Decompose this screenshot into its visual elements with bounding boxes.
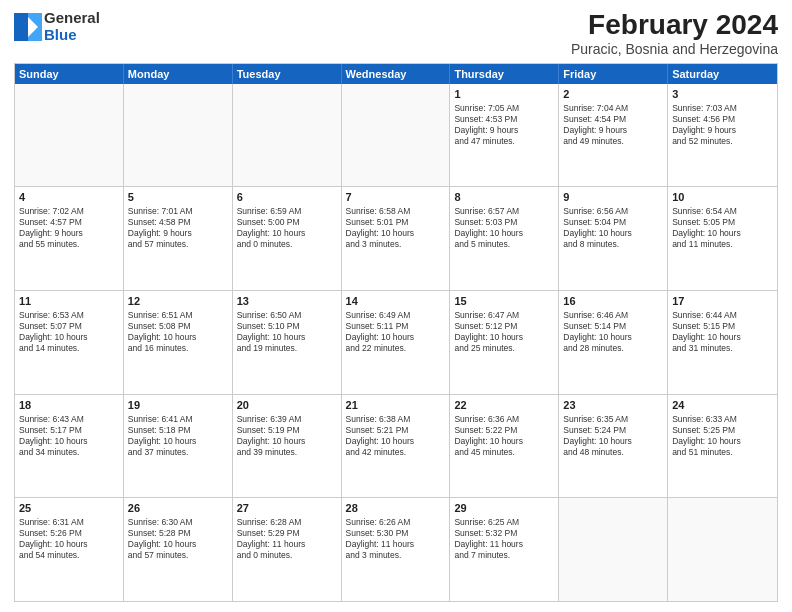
day-number: 3 [672,87,773,102]
calendar-cell: 25Sunrise: 6:31 AM Sunset: 5:26 PM Dayli… [15,498,124,601]
calendar-cell: 4Sunrise: 7:02 AM Sunset: 4:57 PM Daylig… [15,187,124,290]
day-info: Sunrise: 6:35 AM Sunset: 5:24 PM Dayligh… [563,414,663,458]
calendar-cell: 11Sunrise: 6:53 AM Sunset: 5:07 PM Dayli… [15,291,124,394]
day-info: Sunrise: 6:30 AM Sunset: 5:28 PM Dayligh… [128,517,228,561]
calendar-row-1: 4Sunrise: 7:02 AM Sunset: 4:57 PM Daylig… [15,186,777,290]
header-monday: Monday [124,64,233,84]
calendar-cell: 26Sunrise: 6:30 AM Sunset: 5:28 PM Dayli… [124,498,233,601]
day-info: Sunrise: 6:44 AM Sunset: 5:15 PM Dayligh… [672,310,773,354]
day-number: 11 [19,294,119,309]
day-number: 24 [672,398,773,413]
day-info: Sunrise: 7:05 AM Sunset: 4:53 PM Dayligh… [454,103,554,147]
day-number: 15 [454,294,554,309]
logo-blue-text: Blue [44,27,100,44]
day-info: Sunrise: 6:25 AM Sunset: 5:32 PM Dayligh… [454,517,554,561]
calendar-cell: 28Sunrise: 6:26 AM Sunset: 5:30 PM Dayli… [342,498,451,601]
day-number: 8 [454,190,554,205]
day-info: Sunrise: 6:31 AM Sunset: 5:26 PM Dayligh… [19,517,119,561]
calendar-cell: 20Sunrise: 6:39 AM Sunset: 5:19 PM Dayli… [233,395,342,498]
header-saturday: Saturday [668,64,777,84]
calendar-cell: 9Sunrise: 6:56 AM Sunset: 5:04 PM Daylig… [559,187,668,290]
day-info: Sunrise: 6:33 AM Sunset: 5:25 PM Dayligh… [672,414,773,458]
day-info: Sunrise: 6:53 AM Sunset: 5:07 PM Dayligh… [19,310,119,354]
calendar-cell: 16Sunrise: 6:46 AM Sunset: 5:14 PM Dayli… [559,291,668,394]
page: General Blue February 2024 Puracic, Bosn… [0,0,792,612]
day-info: Sunrise: 6:54 AM Sunset: 5:05 PM Dayligh… [672,206,773,250]
day-number: 27 [237,501,337,516]
calendar-cell: 27Sunrise: 6:28 AM Sunset: 5:29 PM Dayli… [233,498,342,601]
calendar-row-3: 18Sunrise: 6:43 AM Sunset: 5:17 PM Dayli… [15,394,777,498]
calendar-cell [342,84,451,187]
calendar-cell: 15Sunrise: 6:47 AM Sunset: 5:12 PM Dayli… [450,291,559,394]
page-subtitle: Puracic, Bosnia and Herzegovina [571,41,778,57]
day-info: Sunrise: 6:41 AM Sunset: 5:18 PM Dayligh… [128,414,228,458]
calendar: Sunday Monday Tuesday Wednesday Thursday… [14,63,778,602]
calendar-cell: 1Sunrise: 7:05 AM Sunset: 4:53 PM Daylig… [450,84,559,187]
day-number: 19 [128,398,228,413]
calendar-row-2: 11Sunrise: 6:53 AM Sunset: 5:07 PM Dayli… [15,290,777,394]
day-number: 26 [128,501,228,516]
day-info: Sunrise: 6:46 AM Sunset: 5:14 PM Dayligh… [563,310,663,354]
calendar-cell: 5Sunrise: 7:01 AM Sunset: 4:58 PM Daylig… [124,187,233,290]
calendar-cell: 22Sunrise: 6:36 AM Sunset: 5:22 PM Dayli… [450,395,559,498]
calendar-cell: 6Sunrise: 6:59 AM Sunset: 5:00 PM Daylig… [233,187,342,290]
day-number: 2 [563,87,663,102]
calendar-cell: 13Sunrise: 6:50 AM Sunset: 5:10 PM Dayli… [233,291,342,394]
day-number: 16 [563,294,663,309]
day-info: Sunrise: 6:36 AM Sunset: 5:22 PM Dayligh… [454,414,554,458]
calendar-cell [233,84,342,187]
day-number: 17 [672,294,773,309]
day-info: Sunrise: 6:47 AM Sunset: 5:12 PM Dayligh… [454,310,554,354]
day-info: Sunrise: 6:56 AM Sunset: 5:04 PM Dayligh… [563,206,663,250]
calendar-cell [559,498,668,601]
calendar-row-4: 25Sunrise: 6:31 AM Sunset: 5:26 PM Dayli… [15,497,777,601]
calendar-cell: 19Sunrise: 6:41 AM Sunset: 5:18 PM Dayli… [124,395,233,498]
calendar-cell [15,84,124,187]
svg-rect-0 [14,13,28,41]
day-number: 9 [563,190,663,205]
calendar-cell: 29Sunrise: 6:25 AM Sunset: 5:32 PM Dayli… [450,498,559,601]
day-number: 10 [672,190,773,205]
day-number: 28 [346,501,446,516]
day-info: Sunrise: 6:51 AM Sunset: 5:08 PM Dayligh… [128,310,228,354]
day-number: 13 [237,294,337,309]
logo-icon [14,13,42,41]
logo: General Blue [14,10,100,43]
calendar-header: Sunday Monday Tuesday Wednesday Thursday… [15,64,777,84]
calendar-cell: 7Sunrise: 6:58 AM Sunset: 5:01 PM Daylig… [342,187,451,290]
day-number: 5 [128,190,228,205]
logo-general-text: General [44,10,100,27]
header: General Blue February 2024 Puracic, Bosn… [14,10,778,57]
calendar-cell: 2Sunrise: 7:04 AM Sunset: 4:54 PM Daylig… [559,84,668,187]
day-info: Sunrise: 7:04 AM Sunset: 4:54 PM Dayligh… [563,103,663,147]
calendar-row-0: 1Sunrise: 7:05 AM Sunset: 4:53 PM Daylig… [15,84,777,187]
day-info: Sunrise: 6:38 AM Sunset: 5:21 PM Dayligh… [346,414,446,458]
day-info: Sunrise: 7:02 AM Sunset: 4:57 PM Dayligh… [19,206,119,250]
calendar-cell: 24Sunrise: 6:33 AM Sunset: 5:25 PM Dayli… [668,395,777,498]
day-number: 12 [128,294,228,309]
day-info: Sunrise: 6:59 AM Sunset: 5:00 PM Dayligh… [237,206,337,250]
day-info: Sunrise: 6:49 AM Sunset: 5:11 PM Dayligh… [346,310,446,354]
day-info: Sunrise: 6:57 AM Sunset: 5:03 PM Dayligh… [454,206,554,250]
day-info: Sunrise: 7:03 AM Sunset: 4:56 PM Dayligh… [672,103,773,147]
day-number: 14 [346,294,446,309]
day-info: Sunrise: 6:58 AM Sunset: 5:01 PM Dayligh… [346,206,446,250]
day-number: 29 [454,501,554,516]
calendar-body: 1Sunrise: 7:05 AM Sunset: 4:53 PM Daylig… [15,84,777,601]
calendar-cell: 18Sunrise: 6:43 AM Sunset: 5:17 PM Dayli… [15,395,124,498]
header-friday: Friday [559,64,668,84]
title-block: February 2024 Puracic, Bosnia and Herzeg… [571,10,778,57]
calendar-cell: 17Sunrise: 6:44 AM Sunset: 5:15 PM Dayli… [668,291,777,394]
calendar-cell: 21Sunrise: 6:38 AM Sunset: 5:21 PM Dayli… [342,395,451,498]
day-number: 20 [237,398,337,413]
calendar-cell: 3Sunrise: 7:03 AM Sunset: 4:56 PM Daylig… [668,84,777,187]
header-wednesday: Wednesday [342,64,451,84]
day-info: Sunrise: 6:39 AM Sunset: 5:19 PM Dayligh… [237,414,337,458]
day-info: Sunrise: 6:43 AM Sunset: 5:17 PM Dayligh… [19,414,119,458]
header-tuesday: Tuesday [233,64,342,84]
calendar-cell: 8Sunrise: 6:57 AM Sunset: 5:03 PM Daylig… [450,187,559,290]
calendar-cell: 14Sunrise: 6:49 AM Sunset: 5:11 PM Dayli… [342,291,451,394]
day-info: Sunrise: 6:28 AM Sunset: 5:29 PM Dayligh… [237,517,337,561]
day-info: Sunrise: 7:01 AM Sunset: 4:58 PM Dayligh… [128,206,228,250]
calendar-cell: 12Sunrise: 6:51 AM Sunset: 5:08 PM Dayli… [124,291,233,394]
